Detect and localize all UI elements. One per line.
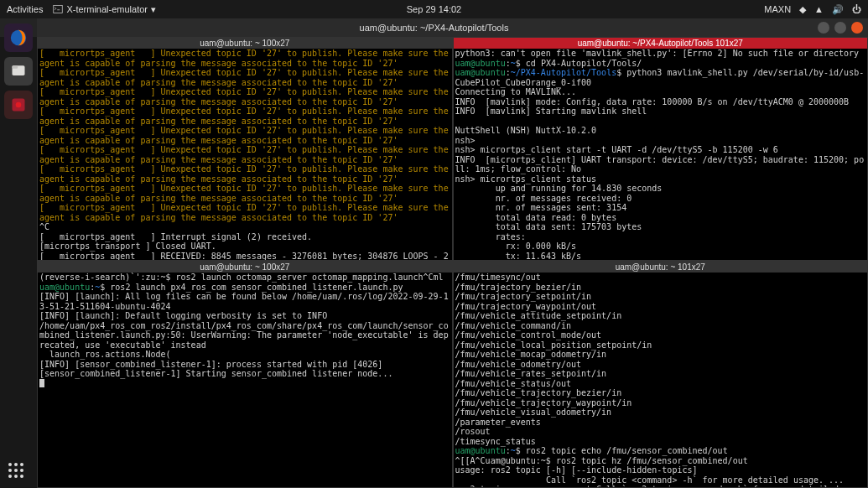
svg-rect-0 <box>54 6 63 13</box>
terminator-workspace: uam@ubuntu: ~ 100x27 [ micrortps_agent ]… <box>37 37 868 488</box>
activities-button[interactable]: Activities <box>7 4 43 14</box>
window-titlebar: uam@ubuntu: ~/PX4-Autopilot/Tools <box>0 18 868 37</box>
window-title-text: uam@ubuntu: ~/PX4-Autopilot/Tools <box>360 23 509 33</box>
pane-title: uam@ubuntu: ~ 101x27 <box>454 262 868 273</box>
volume-icon[interactable]: 🔊 <box>832 4 844 15</box>
window-close-button[interactable] <box>851 22 863 34</box>
pane-bottom-right[interactable]: uam@ubuntu: ~ 101x27 /fmu/timesync/out /… <box>453 261 869 488</box>
terminal-output[interactable]: [ micrortps_agent ] Unexpected topic ID … <box>38 49 452 260</box>
chevron-down-icon: ▾ <box>151 4 156 15</box>
clock[interactable]: Sep 29 14:02 <box>407 4 461 14</box>
terminal-icon <box>53 4 63 14</box>
terminal-output[interactable]: python3: can't open file 'mavlink_shell.… <box>454 49 868 260</box>
pane-top-right[interactable]: uam@ubuntu: ~/PX4-Autopilot/Tools 101x27… <box>453 37 869 261</box>
pane-top-left[interactable]: uam@ubuntu: ~ 100x27 [ micrortps_agent ]… <box>37 37 453 261</box>
pane-bottom-left[interactable]: uam@ubuntu: ~ 100x27 (reverse-i-search)`… <box>37 261 453 488</box>
terminal-output[interactable]: /fmu/timesync/out /fmu/trajectory_bezier… <box>454 273 868 487</box>
svg-rect-3 <box>13 65 18 68</box>
dock-record[interactable] <box>4 91 33 119</box>
window-minimize-button[interactable] <box>818 22 829 34</box>
pane-title: uam@ubuntu: ~ 100x27 <box>38 262 452 273</box>
app-menu[interactable]: X-terminal-emulator ▾ <box>53 4 156 15</box>
pane-title: uam@ubuntu: ~ 100x27 <box>38 38 452 49</box>
show-applications-button[interactable] <box>8 463 23 478</box>
app-menu-label: X-terminal-emulator <box>66 4 148 14</box>
network-icon[interactable]: ▲ <box>814 4 824 14</box>
files-icon <box>10 63 27 80</box>
firefox-icon <box>9 29 28 47</box>
record-icon <box>10 96 27 113</box>
window-maximize-button[interactable] <box>834 22 846 34</box>
power-icon[interactable]: ⏻ <box>852 4 861 14</box>
gnome-topbar: Activities X-terminal-emulator ▾ Sep 29 … <box>0 0 868 18</box>
maxn-indicator: MAXN <box>764 4 791 14</box>
dock <box>0 18 37 488</box>
dock-files[interactable] <box>4 57 33 86</box>
terminal-output[interactable]: (reverse-i-search)`':zu:~$ ros2 launch o… <box>38 273 452 487</box>
nvidia-icon: ◆ <box>799 4 806 15</box>
pane-title: uam@ubuntu: ~/PX4-Autopilot/Tools 101x27 <box>454 38 868 49</box>
svg-point-5 <box>16 102 22 108</box>
dock-firefox[interactable] <box>4 23 33 52</box>
